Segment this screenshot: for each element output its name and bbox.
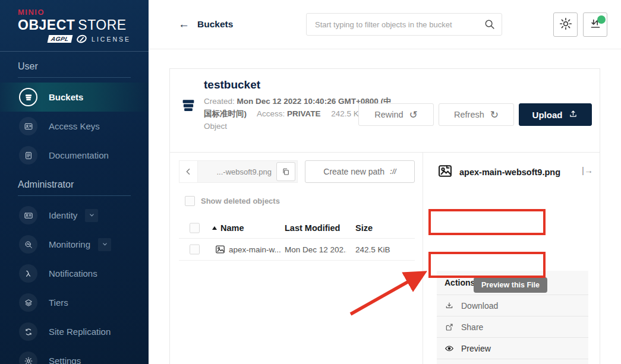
sidebar-item-buckets[interactable]: Buckets [0, 83, 149, 112]
eye-icon [445, 344, 454, 353]
back-to-buckets-button[interactable]: Buckets [178, 18, 233, 31]
chevron-down-icon[interactable] [98, 238, 111, 251]
select-all-checkbox[interactable] [190, 223, 200, 233]
search-icon [483, 18, 496, 31]
sidebar-item-label: Access Keys [49, 121, 100, 131]
upload-button-label: Upload [532, 110, 563, 120]
selected-object-name: apex-main-websoft9.png [459, 167, 560, 177]
column-header-size[interactable]: Size [355, 223, 373, 233]
green-status-dot [597, 15, 606, 24]
sidebar-item-label: Monitoring [49, 239, 90, 249]
minio-console-page: MINIO OBJECTSTORE AGPL LICENSE User Buck… [0, 0, 621, 364]
sidebar-admin-list: Identity Monitoring Notifications [0, 201, 149, 364]
upload-button[interactable]: Upload [519, 103, 592, 126]
sidebar-item-label: Tiers [49, 297, 68, 308]
rewind-button-label: Rewind [374, 110, 403, 119]
sidebar-user-list: Buckets Access Keys Documentation [0, 83, 149, 170]
sidebar-item-monitoring[interactable]: Monitoring [0, 230, 149, 259]
sidebar-item-identity[interactable]: Identity [0, 201, 149, 230]
object-last-modified: Mon Dec 12 202... [285, 245, 346, 254]
show-deleted-label: Show deleted objects [201, 197, 280, 205]
action-preview[interactable]: Preview [437, 337, 588, 359]
search-input[interactable] [306, 13, 502, 36]
file-image-icon [215, 244, 226, 255]
back-arrow-icon [178, 18, 190, 31]
sidebar: MINIO OBJECTSTORE AGPL LICENSE User Buck… [0, 0, 149, 364]
access-keys-icon [19, 117, 37, 135]
table-row[interactable]: apex-main-w... Mon Dec 12 202... 242.5 K… [179, 239, 415, 261]
rewind-button[interactable]: Rewind [358, 103, 434, 126]
object-store-title: OBJECTSTORE [18, 17, 138, 33]
bucket-browser-card: testbucket Created: Mon Dec 12 2022 10:4… [169, 68, 600, 364]
topbar: Buckets [149, 0, 621, 49]
replication-arrows-icon [19, 322, 37, 341]
column-header-name[interactable]: Name [220, 223, 244, 233]
action-share[interactable]: Share [437, 316, 588, 337]
sidebar-item-label: Identity [49, 210, 77, 220]
section-label-administrator: Administrator [18, 179, 131, 196]
refresh-button-label: Refresh [454, 110, 484, 119]
sidebar-item-label: Site Replication [49, 327, 111, 337]
rewind-icon [409, 109, 418, 121]
sidebar-item-label: Documentation [49, 150, 109, 160]
bucket-icon [179, 96, 197, 114]
objects-table-header: Name Last Modified Size [179, 217, 415, 239]
documentation-icon [19, 146, 37, 164]
sidebar-item-settings[interactable]: Settings [0, 346, 149, 364]
refresh-button[interactable]: Refresh [439, 103, 514, 126]
sidebar-item-documentation[interactable]: Documentation [0, 141, 149, 170]
action-download[interactable]: Download [437, 295, 588, 316]
action-legal-hold[interactable]: Legal Hold [437, 359, 588, 364]
object-name: apex-main-w... [229, 245, 281, 254]
download-icon [445, 301, 454, 311]
sidebar-item-site-replication[interactable]: Site Replication [0, 317, 149, 346]
sidebar-item-label: Buckets [49, 92, 83, 102]
create-new-path-button[interactable]: Create new path :// [305, 160, 415, 183]
share-icon [445, 322, 454, 332]
file-image-icon [437, 163, 453, 179]
access-value: PRIVATE [287, 109, 321, 118]
identity-icon [19, 206, 37, 224]
sidebar-item-tiers[interactable]: Tiers [0, 288, 149, 317]
row-checkbox[interactable] [190, 245, 200, 255]
access-label: Access: [257, 109, 285, 118]
gear-icon [19, 352, 37, 364]
show-deleted-objects-toggle: Show deleted objects [185, 196, 280, 206]
path-back-button[interactable] [179, 161, 198, 182]
minio-brand: MINIO [18, 8, 138, 17]
agpl-v3-swoosh-icon [75, 34, 87, 45]
object-size: 242.5 KiB [355, 245, 390, 254]
sidebar-item-access-keys[interactable]: Access Keys [0, 112, 149, 141]
upload-icon [568, 109, 578, 121]
settings-button[interactable] [553, 12, 578, 37]
show-deleted-checkbox[interactable] [185, 196, 195, 206]
license-badge-row: AGPL LICENSE [18, 35, 131, 43]
tiers-layers-icon [19, 293, 37, 312]
sidebar-item-label: Settings [49, 356, 81, 364]
copy-path-button[interactable] [276, 162, 295, 181]
breadcrumb: ...-websoft9.png [198, 161, 276, 182]
sidebar-item-notifications[interactable]: Notifications [0, 259, 149, 288]
collapse-panel-icon[interactable]: |→ [582, 165, 593, 175]
back-label: Buckets [197, 19, 233, 30]
path-breadcrumb-bar: ...-websoft9.png [179, 160, 298, 183]
monitoring-icon [19, 235, 37, 254]
column-header-last-modified[interactable]: Last Modified [285, 223, 340, 233]
chevron-down-icon[interactable] [85, 209, 98, 222]
sidebar-item-label: Notifications [49, 268, 97, 278]
preview-tooltip: Preview this File [474, 277, 547, 293]
filter-search [306, 13, 502, 36]
license-label: LICENSE [92, 36, 131, 43]
agpl-badge: AGPL [48, 35, 73, 43]
gear-icon [559, 17, 573, 33]
section-label-user: User [18, 61, 131, 78]
bucket-icon [19, 88, 37, 106]
object-details-panel: apex-main-websoft9.png |→ Actions: Downl… [423, 152, 600, 364]
lambda-icon [19, 264, 37, 283]
path-slash-icon: :// [390, 167, 396, 176]
refresh-icon [490, 109, 499, 121]
sort-ascending-icon[interactable] [212, 226, 217, 230]
bucket-name: testbucket [204, 78, 260, 91]
license-update-button[interactable] [583, 12, 607, 37]
minio-logo: MINIO OBJECTSTORE AGPL LICENSE [0, 0, 149, 52]
